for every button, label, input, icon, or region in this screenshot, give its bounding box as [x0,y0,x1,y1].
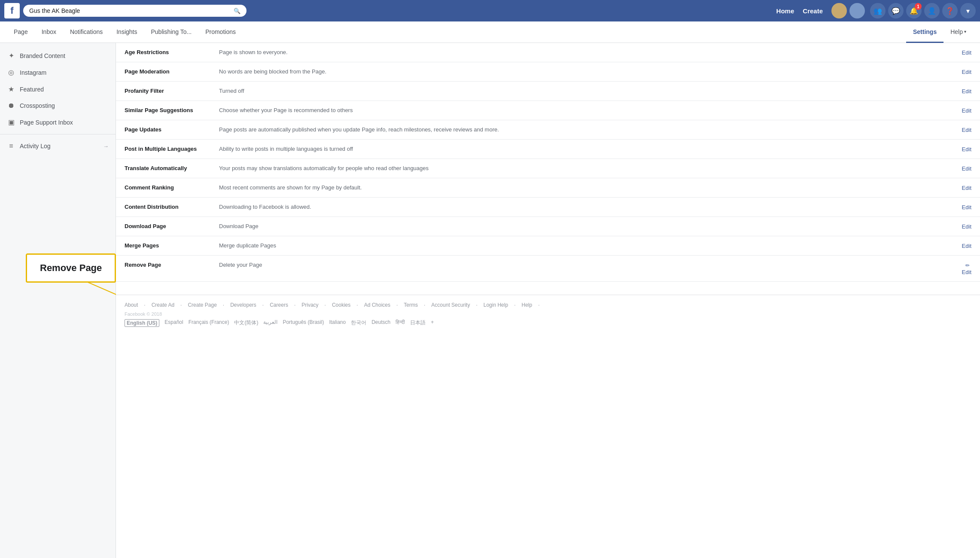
settings-edit-link[interactable]: Edit [962,146,971,152]
nav-home-link[interactable]: Home [776,7,794,15]
footer-lang-한국어[interactable]: 한국어 [351,319,366,327]
settings-edit-link[interactable]: Edit [962,204,971,210]
settings-label-cell: Remove Page [116,256,210,282]
settings-value-cell: Download Page [210,217,953,236]
activity-log-arrow-icon: → [103,143,109,149]
settings-edit-cell: Edit [953,43,980,62]
settings-edit-link[interactable]: Edit [962,107,971,114]
footer-lang-العربية[interactable]: العربية [263,319,277,327]
footer-link-create-page[interactable]: Create Page [188,302,216,308]
nav-page-tab[interactable]: Page [7,21,35,43]
footer-lang-+[interactable]: + [431,319,434,327]
nav-settings-tab[interactable]: Settings [906,21,943,43]
friends-icon-btn[interactable]: 👥 [870,3,886,18]
settings-edit-link[interactable]: Edit [962,269,971,275]
nav-publishing-tab[interactable]: Publishing To... [144,21,198,43]
settings-value-cell: Delete your Page [210,256,953,282]
footer-link-developers[interactable]: Developers [230,302,256,308]
sidebar-item-crossposting[interactable]: ⏺ Crossposting [0,98,116,114]
nav-inbox-tab[interactable]: Inbox [35,21,63,43]
settings-edit-link[interactable]: Edit [962,165,971,172]
settings-edit-link[interactable]: Edit [962,88,971,95]
notifications-icon-btn[interactable]: 🔔 [906,3,922,18]
footer-link-privacy[interactable]: Privacy [301,302,318,308]
footer-lang-português--brasil-[interactable]: Português (Brasil) [283,319,324,327]
friend-requests-icon-btn[interactable]: 👤 [924,3,940,18]
settings-value-cell: Your posts may show translations automat… [210,159,953,178]
nav-create-link[interactable]: Create [803,7,823,15]
settings-value-cell: Choose whether your Page is recommended … [210,101,953,120]
footer-separator: · [223,302,224,308]
sidebar-item-featured[interactable]: ★ Featured [0,81,116,98]
footer-link-terms[interactable]: Terms [404,302,418,308]
avatar[interactable] [831,3,847,18]
settings-label-cell: Download Page [116,217,210,236]
sidebar-item-instagram[interactable]: ◎ Instagram [0,64,116,81]
footer-separator: · [325,302,326,308]
settings-edit-link[interactable]: Edit [962,69,971,75]
sidebar-item-activity-log[interactable]: ≡ Activity Log → [0,138,116,154]
settings-edit-link[interactable]: Edit [962,223,971,230]
search-input[interactable] [29,7,234,14]
footer-separator: · [476,302,477,308]
footer-link-about[interactable]: About [125,302,138,308]
settings-label-cell: Merge Pages [116,236,210,256]
instagram-icon: ◎ [7,68,15,76]
nav-help-tab[interactable]: Help ▾ [943,21,973,43]
footer-separator: · [144,302,145,308]
footer-lang-français--france-[interactable]: Français (France) [189,319,229,327]
footer-link-create-ad[interactable]: Create Ad [152,302,174,308]
nav-promotions-tab[interactable]: Promotions [198,21,243,43]
facebook-logo: f [4,3,20,18]
footer: About·Create Ad·Create Page·Developers·C… [116,295,980,334]
settings-edit-link[interactable]: Edit [962,243,971,249]
footer-link-login-help[interactable]: Login Help [484,302,508,308]
edit-pencil-icon: ✏ [965,262,970,268]
settings-label-cell: Age Restrictions [116,43,210,62]
search-bar[interactable]: 🔍 [23,5,247,17]
settings-edit-cell: Edit [953,82,980,101]
footer-lang-हिन्दी[interactable]: हिन्दी [396,319,405,327]
nav-insights-tab[interactable]: Insights [110,21,144,43]
page-support-icon: ▣ [7,118,15,126]
settings-label-cell: Profanity Filter [116,82,210,101]
nav-notifications-tab[interactable]: Notifications [63,21,110,43]
settings-edit-link[interactable]: Edit [962,127,971,133]
settings-edit-link[interactable]: Edit [962,185,971,191]
footer-lang-english--us-[interactable]: English (US) [125,319,159,327]
footer-link-ad-choices[interactable]: Ad Choices [364,302,390,308]
footer-link-cookies[interactable]: Cookies [332,302,350,308]
footer-link-account-security[interactable]: Account Security [431,302,470,308]
branded-content-icon: ✦ [7,52,15,60]
settings-row-age-restrictions: Age RestrictionsPage is shown to everyon… [116,43,980,62]
footer-separator: · [514,302,515,308]
footer-lang-中文-简体-[interactable]: 中文(简体) [234,319,258,327]
sidebar: ✦ Branded Content ◎ Instagram ★ Featured… [0,43,116,558]
settings-row-translate-automatically: Translate AutomaticallyYour posts may sh… [116,159,980,178]
settings-edit-cell: Edit [953,140,980,159]
sidebar-label-branded-content: Branded Content [20,52,109,59]
page-avatar-toggle[interactable] [849,3,865,18]
footer-lang-español[interactable]: Español [164,319,183,327]
sidebar-divider [0,134,116,134]
settings-edit-link[interactable]: Edit [962,49,971,56]
settings-value-cell: Ability to write posts in multiple langu… [210,140,953,159]
settings-label-cell: Translate Automatically [116,159,210,178]
footer-lang-italiano[interactable]: Italiano [329,319,346,327]
footer-lang-deutsch[interactable]: Deutsch [371,319,390,327]
sidebar-item-page-support-inbox[interactable]: ▣ Page Support Inbox [0,114,116,131]
footer-languages: English (US)EspañolFrançais (France)中文(简… [125,319,971,327]
help-icon-btn[interactable]: ❓ [942,3,958,18]
sidebar-item-branded-content[interactable]: ✦ Branded Content [0,47,116,64]
messenger-icon-btn[interactable]: 💬 [888,3,904,18]
footer-link-careers[interactable]: Careers [270,302,288,308]
settings-edit-cell: Edit [953,62,980,82]
settings-edit-cell: ✏ Edit [953,256,980,282]
footer-lang-日本語[interactable]: 日本語 [410,319,426,327]
settings-table: Age RestrictionsPage is shown to everyon… [116,43,980,282]
settings-row-download-page: Download PageDownload PageEdit [116,217,980,236]
account-menu-btn[interactable]: ▾ [960,3,976,18]
settings-row-content-distribution: Content DistributionDownloading to Faceb… [116,198,980,217]
sidebar-label-activity-log: Activity Log [20,143,99,149]
footer-link-help[interactable]: Help [521,302,532,308]
